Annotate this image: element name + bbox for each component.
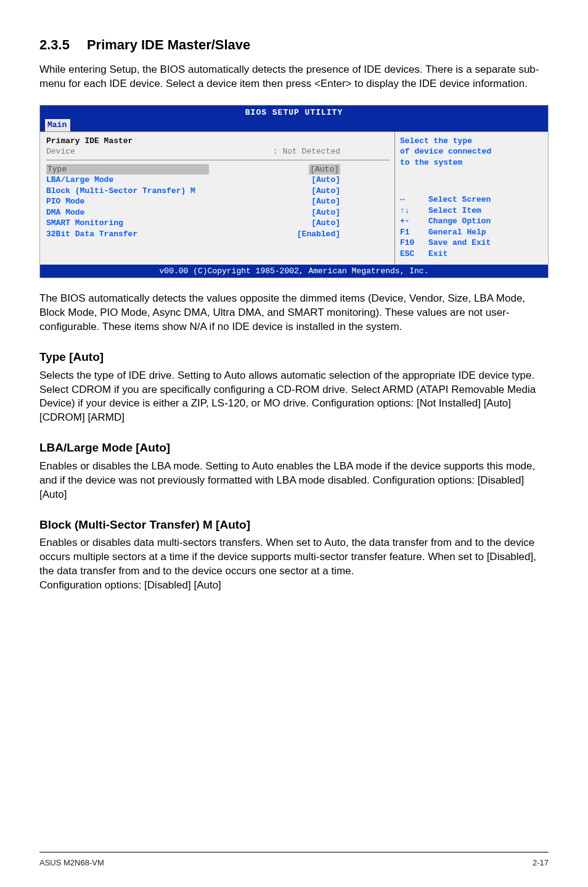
bios-option-value: [Auto] — [311, 207, 340, 218]
lba-heading: LBA/Large Mode [Auto] — [39, 440, 549, 456]
bios-footer: v00.00 (C)Copyright 1985-2002, American … — [40, 265, 548, 278]
type-heading: Type [Auto] — [39, 349, 549, 365]
bios-legend-key: +- — [400, 216, 428, 227]
bios-legend: ↔Select Screen↑↓Select Item+-Change Opti… — [400, 194, 543, 259]
bios-tab-row: Main — [40, 119, 548, 131]
footer-right: 2-17 — [533, 857, 549, 868]
bios-option-row[interactable]: 32Bit Data Transfer[Enabled] — [46, 229, 390, 240]
bios-device-label: Device — [46, 146, 206, 157]
bios-option-value: [Auto] — [311, 196, 340, 207]
bios-device-row: Device : Not Detected — [46, 146, 390, 157]
bios-legend-row: +-Change Option — [400, 216, 543, 227]
block-body: Enables or disables data multi-sectors t… — [39, 536, 549, 593]
bios-device-value: : Not Detected — [273, 146, 340, 157]
bios-legend-action: General Help — [428, 227, 486, 238]
bios-help-line-1: Select the type — [400, 136, 543, 147]
bios-option-row[interactable]: LBA/Large Mode[Auto] — [46, 175, 390, 186]
bios-option-value: [Auto] — [309, 164, 340, 175]
bios-legend-row: F1General Help — [400, 227, 543, 238]
bios-option-row[interactable]: DMA Mode[Auto] — [46, 207, 390, 218]
bios-legend-action: Change Option — [428, 216, 491, 227]
bios-option-label: Type — [46, 164, 209, 175]
lba-body: Enables or disables the LBA mode. Settin… — [39, 460, 549, 502]
bios-legend-action: Save and Exit — [428, 237, 491, 249]
bios-option-row[interactable]: Type[Auto] — [46, 164, 390, 175]
bios-option-value: [Auto] — [311, 186, 340, 197]
bios-legend-action: Select Screen — [428, 194, 491, 205]
bios-legend-row: ESCExit — [400, 249, 543, 260]
bios-legend-action: Select Item — [428, 205, 481, 217]
bios-option-row[interactable]: Block (Multi-Sector Transfer) M[Auto] — [46, 186, 390, 197]
bios-legend-key: ESC — [400, 249, 428, 260]
post-bios-paragraph: The BIOS automatically detects the value… — [39, 292, 549, 334]
type-body: Selects the type of IDE drive. Setting t… — [39, 369, 549, 426]
bios-tab-main[interactable]: Main — [45, 119, 70, 131]
bios-option-value: [Auto] — [311, 218, 340, 229]
bios-option-row[interactable]: PIO Mode[Auto] — [46, 196, 390, 207]
bios-title: BIOS SETUP UTILITY — [40, 105, 548, 120]
bios-option-value: [Enabled] — [297, 229, 340, 240]
bios-legend-row: ↑↓Select Item — [400, 205, 543, 217]
bios-option-label: DMA Mode — [46, 207, 206, 218]
bios-legend-key: F10 — [400, 237, 428, 249]
bios-option-value: [Auto] — [311, 175, 340, 186]
bios-right-pane: Select the type of device connected to t… — [395, 132, 548, 265]
bios-option-label: SMART Monitoring — [46, 218, 206, 229]
intro-paragraph: While entering Setup, the BIOS automatic… — [39, 63, 549, 91]
bios-help-line-2: of device connected — [400, 146, 543, 157]
bios-option-label: PIO Mode — [46, 196, 206, 207]
bios-option-label: 32Bit Data Transfer — [46, 229, 206, 240]
bios-left-pane: Primary IDE Master Device : Not Detected… — [40, 132, 395, 265]
page-footer: ASUS M2N68-VM 2-17 — [39, 852, 549, 868]
bios-option-label: Block (Multi-Sector Transfer) M — [46, 186, 206, 197]
bios-legend-key: ↑↓ — [400, 205, 428, 217]
bios-option-row[interactable]: SMART Monitoring[Auto] — [46, 218, 390, 229]
bios-legend-key: ↔ — [400, 194, 428, 205]
bios-legend-action: Exit — [428, 249, 447, 260]
bios-left-header: Primary IDE Master — [46, 136, 390, 147]
section-heading: 2.3.5Primary IDE Master/Slave — [39, 36, 549, 54]
section-number: 2.3.5 — [39, 36, 70, 54]
bios-legend-row: F10Save and Exit — [400, 237, 543, 249]
section-title-text: Primary IDE Master/Slave — [87, 37, 250, 52]
bios-legend-key: F1 — [400, 227, 428, 238]
block-heading: Block (Multi-Sector Transfer) M [Auto] — [39, 517, 549, 533]
bios-option-label: LBA/Large Mode — [46, 175, 206, 186]
bios-screenshot: BIOS SETUP UTILITY Main Primary IDE Mast… — [39, 105, 549, 279]
bios-legend-row: ↔Select Screen — [400, 194, 543, 205]
bios-help-line-3: to the system — [400, 157, 543, 168]
footer-left: ASUS M2N68-VM — [39, 857, 104, 868]
